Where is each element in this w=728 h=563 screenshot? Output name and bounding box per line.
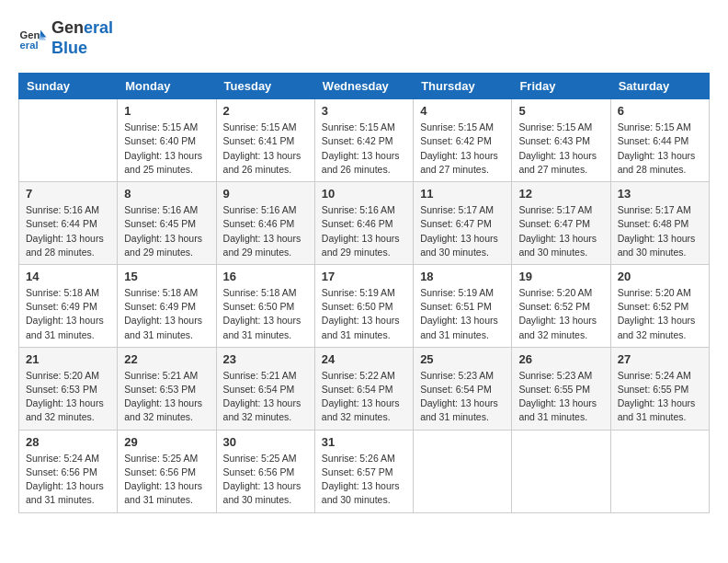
calendar-cell: 12Sunrise: 5:17 AM Sunset: 6:47 PM Dayli… <box>512 182 610 265</box>
calendar-cell: 4Sunrise: 5:15 AM Sunset: 6:42 PM Daylig… <box>414 99 512 182</box>
day-number: 27 <box>618 352 702 366</box>
calendar-cell: 9Sunrise: 5:16 AM Sunset: 6:46 PM Daylig… <box>216 182 314 265</box>
cell-info: Sunrise: 5:16 AM Sunset: 6:46 PM Dayligh… <box>223 203 308 259</box>
week-row-2: 7Sunrise: 5:16 AM Sunset: 6:44 PM Daylig… <box>19 182 710 265</box>
header-thursday: Thursday <box>414 74 512 99</box>
logo-text: GeneralBlue <box>51 18 113 58</box>
cell-info: Sunrise: 5:26 AM Sunset: 6:57 PM Dayligh… <box>322 452 406 508</box>
day-number: 6 <box>618 104 702 118</box>
header-friday: Friday <box>512 74 610 99</box>
calendar-cell: 8Sunrise: 5:16 AM Sunset: 6:45 PM Daylig… <box>118 182 216 265</box>
calendar-cell: 3Sunrise: 5:15 AM Sunset: 6:42 PM Daylig… <box>314 99 413 182</box>
calendar-cell: 27Sunrise: 5:24 AM Sunset: 6:55 PM Dayli… <box>610 347 709 430</box>
calendar-cell: 6Sunrise: 5:15 AM Sunset: 6:44 PM Daylig… <box>610 99 709 182</box>
calendar-cell: 31Sunrise: 5:26 AM Sunset: 6:57 PM Dayli… <box>314 430 413 512</box>
day-number: 26 <box>518 352 603 366</box>
cell-info: Sunrise: 5:20 AM Sunset: 6:52 PM Dayligh… <box>618 286 702 342</box>
day-number: 28 <box>26 435 110 449</box>
calendar-cell: 19Sunrise: 5:20 AM Sunset: 6:52 PM Dayli… <box>512 264 610 347</box>
calendar-cell: 10Sunrise: 5:16 AM Sunset: 6:46 PM Dayli… <box>314 182 413 265</box>
calendar-cell: 22Sunrise: 5:21 AM Sunset: 6:53 PM Dayli… <box>118 347 216 430</box>
week-row-3: 14Sunrise: 5:18 AM Sunset: 6:49 PM Dayli… <box>19 264 710 347</box>
day-number: 22 <box>124 352 209 366</box>
cell-info: Sunrise: 5:23 AM Sunset: 6:55 PM Dayligh… <box>518 369 603 425</box>
week-row-5: 28Sunrise: 5:24 AM Sunset: 6:56 PM Dayli… <box>19 430 710 512</box>
header-saturday: Saturday <box>610 74 709 99</box>
day-number: 5 <box>518 104 603 118</box>
cell-info: Sunrise: 5:16 AM Sunset: 6:45 PM Dayligh… <box>124 203 209 259</box>
week-row-4: 21Sunrise: 5:20 AM Sunset: 6:53 PM Dayli… <box>19 347 710 430</box>
cell-info: Sunrise: 5:20 AM Sunset: 6:52 PM Dayligh… <box>518 286 603 342</box>
day-number: 18 <box>420 270 505 283</box>
header-sunday: Sunday <box>19 74 118 99</box>
calendar-cell: 15Sunrise: 5:18 AM Sunset: 6:49 PM Dayli… <box>118 264 216 347</box>
cell-info: Sunrise: 5:17 AM Sunset: 6:48 PM Dayligh… <box>618 203 702 259</box>
calendar-cell: 25Sunrise: 5:23 AM Sunset: 6:54 PM Dayli… <box>414 347 512 430</box>
calendar-cell: 21Sunrise: 5:20 AM Sunset: 6:53 PM Dayli… <box>19 347 118 430</box>
calendar-cell: 17Sunrise: 5:19 AM Sunset: 6:50 PM Dayli… <box>314 264 413 347</box>
day-number: 11 <box>420 187 505 201</box>
cell-info: Sunrise: 5:16 AM Sunset: 6:44 PM Dayligh… <box>26 203 110 259</box>
day-number: 15 <box>124 270 209 283</box>
calendar-cell: 26Sunrise: 5:23 AM Sunset: 6:55 PM Dayli… <box>512 347 610 430</box>
cell-info: Sunrise: 5:15 AM Sunset: 6:44 PM Dayligh… <box>618 121 702 177</box>
cell-info: Sunrise: 5:25 AM Sunset: 6:56 PM Dayligh… <box>223 452 308 508</box>
calendar-cell: 13Sunrise: 5:17 AM Sunset: 6:48 PM Dayli… <box>610 182 709 265</box>
cell-info: Sunrise: 5:18 AM Sunset: 6:50 PM Dayligh… <box>223 286 308 342</box>
day-number: 25 <box>420 352 505 366</box>
cell-info: Sunrise: 5:20 AM Sunset: 6:53 PM Dayligh… <box>26 369 110 425</box>
calendar-cell: 29Sunrise: 5:25 AM Sunset: 6:56 PM Dayli… <box>118 430 216 512</box>
day-number: 9 <box>223 187 308 201</box>
cell-info: Sunrise: 5:15 AM Sunset: 6:40 PM Dayligh… <box>124 121 209 177</box>
day-number: 13 <box>618 187 702 201</box>
day-number: 29 <box>124 435 209 449</box>
day-number: 7 <box>26 187 110 201</box>
cell-info: Sunrise: 5:21 AM Sunset: 6:54 PM Dayligh… <box>223 369 308 425</box>
day-number: 1 <box>124 104 209 118</box>
day-number: 31 <box>322 435 406 449</box>
calendar-cell: 16Sunrise: 5:18 AM Sunset: 6:50 PM Dayli… <box>216 264 314 347</box>
cell-info: Sunrise: 5:21 AM Sunset: 6:53 PM Dayligh… <box>124 369 209 425</box>
svg-text:eral: eral <box>20 40 39 51</box>
day-number: 12 <box>518 187 603 201</box>
day-number: 23 <box>223 352 308 366</box>
day-number: 3 <box>322 104 406 118</box>
day-number: 20 <box>618 270 702 283</box>
calendar-cell: 5Sunrise: 5:15 AM Sunset: 6:43 PM Daylig… <box>512 99 610 182</box>
calendar-cell <box>19 99 118 182</box>
day-number: 2 <box>223 104 308 118</box>
header-wednesday: Wednesday <box>314 74 413 99</box>
cell-info: Sunrise: 5:24 AM Sunset: 6:55 PM Dayligh… <box>618 369 702 425</box>
day-number: 30 <box>223 435 308 449</box>
calendar-cell: 11Sunrise: 5:17 AM Sunset: 6:47 PM Dayli… <box>414 182 512 265</box>
day-number: 8 <box>124 187 209 201</box>
calendar-cell: 24Sunrise: 5:22 AM Sunset: 6:54 PM Dayli… <box>314 347 413 430</box>
day-number: 16 <box>223 270 308 283</box>
cell-info: Sunrise: 5:16 AM Sunset: 6:46 PM Dayligh… <box>322 203 406 259</box>
cell-info: Sunrise: 5:15 AM Sunset: 6:41 PM Dayligh… <box>223 121 308 177</box>
calendar-cell: 14Sunrise: 5:18 AM Sunset: 6:49 PM Dayli… <box>19 264 118 347</box>
calendar-cell <box>610 430 709 512</box>
header-row: SundayMondayTuesdayWednesdayThursdayFrid… <box>19 74 710 99</box>
day-number: 4 <box>420 104 505 118</box>
calendar-cell: 28Sunrise: 5:24 AM Sunset: 6:56 PM Dayli… <box>19 430 118 512</box>
cell-info: Sunrise: 5:24 AM Sunset: 6:56 PM Dayligh… <box>26 452 110 508</box>
calendar-cell: 30Sunrise: 5:25 AM Sunset: 6:56 PM Dayli… <box>216 430 314 512</box>
calendar-cell <box>414 430 512 512</box>
cell-info: Sunrise: 5:19 AM Sunset: 6:50 PM Dayligh… <box>322 286 406 342</box>
day-number: 19 <box>518 270 603 283</box>
cell-info: Sunrise: 5:15 AM Sunset: 6:43 PM Dayligh… <box>518 121 603 177</box>
cell-info: Sunrise: 5:19 AM Sunset: 6:51 PM Dayligh… <box>420 286 505 342</box>
cell-info: Sunrise: 5:18 AM Sunset: 6:49 PM Dayligh… <box>26 286 110 342</box>
cell-info: Sunrise: 5:15 AM Sunset: 6:42 PM Dayligh… <box>420 121 505 177</box>
cell-info: Sunrise: 5:25 AM Sunset: 6:56 PM Dayligh… <box>124 452 209 508</box>
calendar-cell <box>512 430 610 512</box>
svg-text:Gen: Gen <box>20 29 40 40</box>
calendar-cell: 18Sunrise: 5:19 AM Sunset: 6:51 PM Dayli… <box>414 264 512 347</box>
cell-info: Sunrise: 5:15 AM Sunset: 6:42 PM Dayligh… <box>322 121 406 177</box>
header-tuesday: Tuesday <box>216 74 314 99</box>
cell-info: Sunrise: 5:18 AM Sunset: 6:49 PM Dayligh… <box>124 286 209 342</box>
page-header: Gen eral GeneralBlue <box>18 18 710 58</box>
day-number: 14 <box>26 270 110 283</box>
logo: Gen eral GeneralBlue <box>18 18 113 58</box>
